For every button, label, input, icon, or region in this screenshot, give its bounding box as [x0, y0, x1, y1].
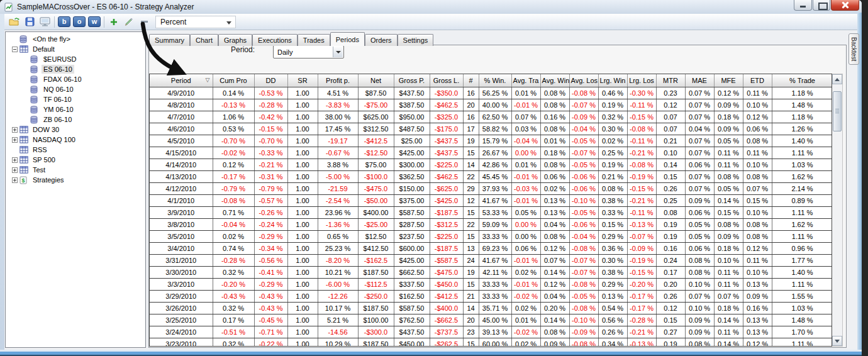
table-row[interactable]: 3/26/20100.32 %-0.43 %1.0010.17 %$187.50… — [150, 302, 832, 314]
sidebar-item-tf-06-10[interactable]: TF 06-10 — [6, 94, 145, 104]
column-header-win[interactable]: % Win. — [479, 74, 511, 87]
table-cell: 0.02 % — [540, 182, 569, 194]
column-header-gross-p[interactable]: Gross P. — [394, 74, 430, 87]
table-row[interactable]: 3/30/20100.32 %-0.41 %1.0010.21 %$187.50… — [150, 266, 832, 278]
table-cell: 5.21 % — [318, 314, 358, 326]
table-row[interactable]: 4/5/2010-0.70 %-0.70 %1.00-19.17-$412.5$… — [150, 135, 832, 147]
table-row[interactable]: 3/24/2010-0.51 %-0.71 %1.00-14.56-$300.0… — [150, 326, 832, 338]
column-header-gross-l[interactable]: Gross L. — [430, 74, 463, 87]
column-header-avg-los[interactable]: Avg. Los — [569, 74, 598, 87]
table-row[interactable]: 3/4/20100.74 %-0.34 %1.0025.23 %$412.50$… — [150, 242, 832, 254]
column-header-avg-tra[interactable]: Avg. Tra — [511, 74, 540, 87]
tab-settings[interactable]: Settings — [398, 34, 434, 46]
tree-expander[interactable] — [9, 137, 19, 143]
table-row[interactable]: 4/14/20100.12 %-0.21 %1.003.88 %$75.00$3… — [150, 159, 832, 170]
tree-expander[interactable] — [9, 167, 19, 173]
instrument-list-icon — [19, 166, 29, 174]
table-row[interactable]: 4/1/2010-0.08 %-0.57 %1.00-2.54 %-$50.00… — [150, 194, 832, 206]
save-button[interactable] — [22, 15, 37, 29]
table-row[interactable]: 3/25/20100.17 %-0.45 %1.005.21 %$100.00$… — [150, 314, 832, 326]
tree-expander[interactable] — [9, 47, 19, 52]
display-mode-combo[interactable]: Percent — [155, 16, 236, 28]
scroll-up-button[interactable] — [832, 74, 842, 84]
table-row[interactable]: 3/8/2010-0.04 %-0.24 %1.00-1.36 %-$25.00… — [150, 218, 832, 230]
tab-summary[interactable]: Summary — [149, 34, 190, 46]
display-button[interactable] — [37, 15, 52, 29]
column-header-net[interactable]: Net — [358, 74, 394, 87]
tree-expander[interactable] — [9, 157, 19, 163]
table-row[interactable]: 3/5/20100.02 %-0.29 %1.000.65 %$12.50$23… — [150, 230, 832, 242]
column-header-cum-pro[interactable]: Cum Pro — [213, 74, 254, 87]
period-combo[interactable]: Daily — [273, 45, 344, 58]
column-header-lrg-los[interactable]: Lrg. Los — [627, 74, 656, 87]
column-header-mfe[interactable]: MFE — [714, 74, 743, 87]
tab-trades[interactable]: Trades — [298, 34, 330, 46]
remove-button[interactable] — [136, 15, 152, 29]
column-header-period[interactable]: Period▽ — [150, 74, 213, 87]
sidebar-item-zb-06-10[interactable]: ZB 06-10 — [6, 114, 145, 125]
tab-executions[interactable]: Executions — [252, 34, 298, 46]
table-row[interactable]: 4/6/20100.53 %-0.15 %1.0017.45 %$312.50$… — [150, 123, 832, 135]
column-header-avg-win[interactable]: Avg. Win — [540, 74, 569, 87]
table-row[interactable]: 3/29/2010-0.43 %-0.43 %1.00-12.26-$250.0… — [150, 290, 832, 302]
table-cell: -0.02 % — [511, 326, 540, 338]
table-row[interactable]: 4/15/2010-0.02 %-0.33 %1.00-0.67 %-$12.5… — [150, 147, 832, 159]
table-row[interactable]: 4/8/2010-0.13 %-0.28 %1.00-3.83 %-$75.00… — [150, 99, 832, 111]
column-header-sr[interactable]: SR — [287, 74, 318, 87]
column-header-lrg-win[interactable]: Lrg. Win — [598, 74, 627, 87]
sidebar-item-sp-500[interactable]: SP 500 — [6, 155, 145, 165]
sidebar-item-eurusd[interactable]: $EURUSD — [6, 54, 145, 64]
add-button[interactable] — [106, 15, 121, 29]
column-header-dd[interactable]: DD — [254, 74, 287, 87]
table-row[interactable]: 4/9/20100.14 %-0.53 %1.004.51 %$87.50$43… — [150, 87, 832, 99]
table-cell: 0.08 % — [540, 99, 569, 111]
edit-button[interactable] — [121, 15, 136, 29]
plus-expander-icon — [12, 137, 18, 143]
table-cell: 1.00 — [287, 206, 318, 218]
sidebar-item-rss[interactable]: RSS — [6, 145, 145, 155]
sidebar-item-strategies[interactable]: $Strategies — [6, 175, 145, 185]
sidebar-item-nasdaq-100[interactable]: NASDAQ 100 — [6, 135, 145, 145]
sidebar-item-on-the-fly[interactable]: <On the fly> — [6, 34, 145, 44]
table-row[interactable]: 3/23/20100.32 %-0.22 %1.0010.29 %$187.50… — [150, 338, 832, 347]
tab-orders[interactable]: Orders — [365, 34, 398, 46]
vertical-scrollbar[interactable] — [832, 74, 843, 347]
backtest-side-tab[interactable]: Backtest — [849, 33, 859, 65]
table-row[interactable]: 3/9/20100.71 %-0.26 %1.0023.96 %$400.00$… — [150, 206, 832, 218]
maximize-button[interactable] — [813, 0, 830, 11]
table-row[interactable]: 3/31/2010-0.28 %-0.56 %1.00-8.20 %-$162.… — [150, 254, 832, 266]
scroll-down-button[interactable] — [832, 336, 842, 346]
table-row[interactable]: 4/13/2010-0.17 %-0.31 %1.00-5.00 %-$100.… — [150, 170, 832, 182]
column-header-trade[interactable]: % Trade — [772, 74, 832, 87]
sidebar-item-dow-30[interactable]: DOW 30 — [6, 125, 145, 135]
close-button[interactable] — [831, 0, 859, 11]
column-header-profit-p[interactable]: Profit p. — [318, 74, 358, 87]
open-button[interactable] — [7, 15, 22, 29]
letter-button-o[interactable]: o — [73, 16, 86, 27]
sidebar-item-fdax-06-10[interactable]: FDAX 06-10 — [6, 74, 145, 84]
tab-chart[interactable]: Chart — [190, 34, 218, 46]
scrollbar-thumb[interactable] — [833, 91, 842, 131]
table-row[interactable]: 4/7/20101.06 %-0.42 %1.0038.00 %$625.00$… — [150, 111, 832, 123]
minimize-button[interactable] — [794, 0, 812, 11]
tree-expander[interactable] — [9, 177, 19, 183]
sidebar-item-es-06-10[interactable]: ES 06-10 — [6, 64, 145, 74]
table-cell: -$350.0 — [430, 87, 463, 99]
combo-dropdown-button[interactable] — [333, 47, 343, 57]
letter-button-w[interactable]: w — [88, 16, 101, 27]
column-header-mae[interactable]: MAE — [685, 74, 714, 87]
sidebar-item-nq-06-10[interactable]: NQ 06-10 — [6, 84, 145, 94]
table-row[interactable]: 3/3/2010-0.20 %-0.29 %1.00-6.00 %-$112.5… — [150, 278, 832, 290]
column-header-[interactable]: # — [463, 74, 479, 87]
sidebar-item-ym-06-10[interactable]: YM 06-10 — [6, 104, 145, 114]
tab-periods[interactable]: Periods — [330, 32, 365, 46]
tree-expander[interactable] — [9, 127, 19, 133]
column-header-mtr[interactable]: MTR — [656, 74, 685, 87]
sidebar-item-default[interactable]: Default — [6, 44, 145, 54]
sidebar-item-test[interactable]: Test — [6, 165, 145, 175]
table-row[interactable]: 4/12/2010-0.79 %-0.79 %1.00-21.59-$475.0… — [150, 182, 832, 194]
letter-button-b[interactable]: b — [58, 16, 70, 27]
column-header-etd[interactable]: ETD — [743, 74, 772, 87]
table-cell: 0.08 % — [743, 170, 772, 182]
tab-graphs[interactable]: Graphs — [218, 34, 252, 46]
